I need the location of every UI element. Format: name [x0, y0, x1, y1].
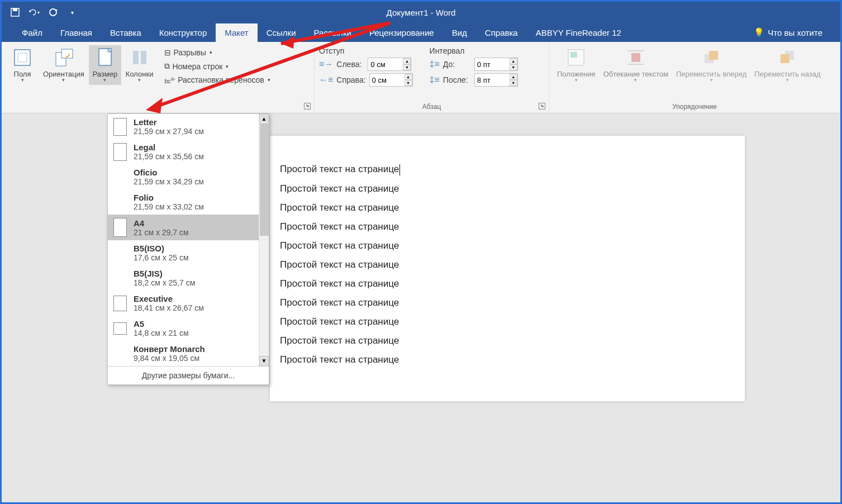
qat-customize-icon[interactable]: ▾	[66, 7, 78, 18]
size-option-folio[interactable]: Folio21,59 см x 33,02 см	[108, 189, 269, 215]
size-name: Folio	[134, 193, 204, 202]
breaks-icon: ⊟	[164, 48, 171, 57]
scroll-thumb[interactable]	[260, 124, 269, 236]
send-backward-icon	[777, 47, 797, 68]
tab-ссылки[interactable]: Ссылки	[258, 23, 305, 42]
size-dimensions: 21 см x 29,7 см	[134, 228, 189, 237]
tab-файл[interactable]: Файл	[13, 23, 51, 42]
tab-вид[interactable]: Вид	[443, 23, 476, 42]
redo-icon[interactable]	[47, 7, 59, 18]
tell-me[interactable]: 💡Что вы хотите	[747, 23, 829, 42]
document-line[interactable]: Простой текст на странице	[280, 278, 735, 289]
tab-конструктор[interactable]: Конструктор	[150, 23, 216, 42]
size-name: A5	[134, 319, 189, 329]
size-name: Legal	[134, 142, 204, 152]
size-dimensions: 21,59 см x 27,94 см	[134, 127, 204, 136]
tab-справка[interactable]: Справка	[476, 23, 527, 42]
document-line[interactable]: Простой текст на странице	[280, 297, 735, 308]
paragraph-launcher[interactable]: ⬊	[539, 103, 545, 110]
document-line[interactable]: Простой текст на странице	[280, 316, 735, 327]
tab-рецензирование[interactable]: Рецензирование	[360, 23, 443, 42]
document-line[interactable]: Простой текст на странице	[280, 240, 735, 251]
undo-icon[interactable]: ▾	[28, 7, 40, 18]
bring-forward-button[interactable]: Переместить вперед▾	[673, 45, 750, 85]
size-option-monarch[interactable]: Конверт Monarch9,84 см x 19,05 см	[108, 341, 269, 366]
columns-icon	[130, 47, 150, 68]
document-line[interactable]: Простой текст на странице	[280, 221, 735, 232]
document-line[interactable]: Простой текст на странице	[280, 183, 735, 194]
wrap-icon	[626, 47, 646, 68]
size-option-b5iso[interactable]: B5(ISO)17,6 см x 25 см	[108, 240, 269, 265]
send-backward-button[interactable]: Переместить назад▾	[751, 45, 824, 85]
svg-rect-11	[570, 52, 577, 58]
spacing-before-label: До:	[443, 60, 471, 69]
document-line[interactable]: Простой текст на странице	[280, 335, 735, 346]
position-icon	[566, 47, 586, 68]
orientation-button[interactable]: Ориентация▾	[40, 45, 88, 85]
tab-вставка[interactable]: Вставка	[101, 23, 150, 42]
bring-forward-icon	[701, 47, 721, 68]
margins-button[interactable]: Поля▾	[6, 45, 39, 85]
size-name: Executive	[134, 294, 204, 303]
svg-rect-8	[133, 51, 139, 64]
more-paper-sizes[interactable]: Другие размеры бумаги...	[108, 366, 269, 384]
size-dimensions: 21,59 см x 33,02 см	[134, 202, 204, 211]
size-option-b5jis[interactable]: B5(JIS)18,2 см x 25,7 см	[108, 265, 269, 291]
tab-макет[interactable]: Макет	[216, 23, 257, 42]
indent-heading: Отступ	[319, 46, 413, 55]
paragraph-group-label: Абзац	[315, 103, 549, 111]
line-numbers-icon: ⧉	[164, 61, 170, 71]
size-name: Конверт Monarch	[134, 344, 205, 354]
size-option-legal[interactable]: Legal21,59 см x 35,56 см	[108, 139, 269, 164]
arrange-group-label: Упорядочение	[549, 103, 840, 111]
dropdown-scrollbar[interactable]: ▲ ▼	[259, 114, 269, 366]
size-option-a4[interactable]: A421 см x 29,7 см	[108, 215, 269, 240]
spin-down[interactable]: ▼	[405, 80, 412, 86]
hyphenation-button[interactable]: bca-Расстановка переносов▾	[161, 74, 273, 86]
svg-rect-18	[781, 54, 789, 63]
spin-down[interactable]: ▼	[510, 80, 517, 86]
spin-down[interactable]: ▼	[510, 64, 517, 70]
svg-rect-3	[15, 50, 30, 65]
wrap-text-button[interactable]: Обтекание текстом▾	[600, 45, 672, 85]
spacing-after-icon: ‡≡	[430, 75, 440, 85]
page-setup-launcher[interactable]: ⬊	[304, 103, 311, 110]
svg-rect-1	[13, 8, 17, 11]
svg-rect-12	[631, 53, 640, 62]
size-dimensions: 18,41 см x 26,67 см	[134, 303, 204, 312]
size-option-letter[interactable]: Letter21,59 см x 27,94 см	[108, 114, 269, 139]
tab-рассылки[interactable]: Рассылки	[305, 23, 360, 42]
indent-left-label: Слева:	[336, 60, 364, 69]
document-line[interactable]: Простой текст на странице	[280, 354, 735, 365]
size-option-a5[interactable]: A514,8 см x 21 см	[108, 316, 269, 341]
size-option-oficio[interactable]: Oficio21,59 см x 34,29 см	[108, 164, 269, 189]
columns-button[interactable]: Колонки▾	[122, 45, 157, 85]
save-icon[interactable]	[9, 7, 21, 18]
position-button[interactable]: Положение▾	[554, 45, 599, 85]
indent-right-icon: ←≡	[319, 75, 333, 85]
spin-down[interactable]: ▼	[403, 64, 411, 70]
spin-up[interactable]: ▲	[510, 58, 517, 64]
breaks-button[interactable]: ⊟Разрывы▾	[161, 46, 273, 59]
tab-abbyy finereader 12[interactable]: ABBYY FineReader 12	[527, 23, 630, 42]
tab-главная[interactable]: Главная	[51, 23, 101, 42]
size-button[interactable]: Размер▾	[89, 45, 121, 85]
quick-access-toolbar: ▾ ▾	[9, 7, 78, 18]
spin-up[interactable]: ▲	[403, 58, 411, 64]
scroll-down-icon[interactable]: ▼	[259, 356, 269, 366]
document-line[interactable]: Простой текст на странице	[280, 259, 735, 270]
scroll-up-icon[interactable]: ▲	[259, 114, 269, 124]
ribbon: Поля▾ Ориентация▾ Размер▾ Колонки▾ ⊟Разр…	[2, 42, 840, 113]
document-page[interactable]: Простой текст на страницеПростой текст н…	[270, 136, 745, 401]
size-name: Oficio	[134, 168, 204, 177]
size-option-executive[interactable]: Executive18,41 см x 26,67 см	[108, 291, 269, 316]
document-line[interactable]: Простой текст на странице	[280, 202, 735, 213]
page-icon	[113, 218, 127, 237]
line-numbers-button[interactable]: ⧉Номера строк▾	[161, 60, 273, 73]
document-line[interactable]: Простой текст на странице	[280, 164, 735, 175]
size-dimensions: 21,59 см x 34,29 см	[134, 177, 204, 186]
size-name: B5(JIS)	[134, 269, 195, 278]
orientation-icon	[54, 47, 74, 68]
spin-up[interactable]: ▲	[510, 74, 517, 80]
spin-up[interactable]: ▲	[405, 74, 412, 80]
